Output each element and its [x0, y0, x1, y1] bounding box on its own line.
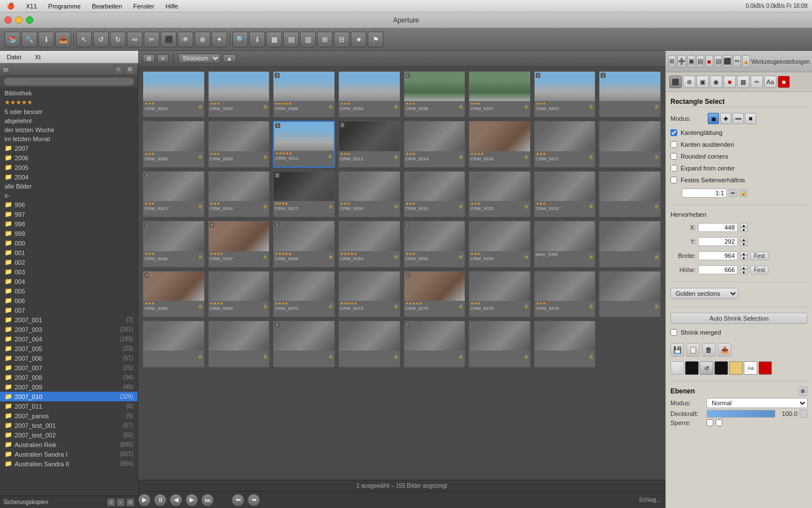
rt-icon-4[interactable]: ▤: [696, 55, 704, 68]
photo-cell[interactable]: 🔒★★★CRW_9306: [143, 121, 205, 167]
ratio-lock-btn[interactable]: 🔒: [739, 189, 747, 197]
sidebar-item-s[interactable]: s-: [0, 191, 138, 200]
photo-cell[interactable]: 🔒★★★CRW_9285: [208, 71, 270, 117]
footer-btn-2[interactable]: ⏸: [154, 494, 166, 506]
mode-subtract-btn[interactable]: ➖: [732, 113, 744, 124]
photo-cell[interactable]: 2🔒★★★CRW_9302: [534, 71, 596, 117]
rect-tool-btn-4[interactable]: ◉: [710, 76, 722, 88]
sidebar-item-alle[interactable]: alle Bilder: [0, 182, 138, 191]
photo-cell[interactable]: 🔒: [599, 171, 661, 217]
tool-grid4[interactable]: ⊞: [317, 32, 333, 47]
action-btn-2[interactable]: 📋: [686, 343, 700, 357]
sidebar-item-2004[interactable]: 📁 2004: [0, 172, 138, 182]
photo-cell[interactable]: 🔒★★★CRW_9283: [143, 71, 205, 117]
tool-library[interactable]: 📚: [5, 32, 20, 47]
tool-search-big[interactable]: 🔍: [232, 32, 248, 47]
app-name[interactable]: X11: [24, 2, 39, 11]
footer-btn-1[interactable]: ▶: [138, 494, 151, 506]
breite-fest-btn[interactable]: Fest: [750, 252, 769, 260]
sidebar-item-2005[interactable]: 📁 2005: [0, 163, 138, 172]
tool-info[interactable]: ℹ: [249, 32, 265, 47]
photo-cell[interactable]: 3🔒★★★★CRW_9327: [273, 171, 335, 217]
photo-cell[interactable]: 🔒: [469, 321, 531, 367]
rect-tool-btn-8[interactable]: Aa: [764, 76, 776, 88]
sidebar-item-999[interactable]: 📁 999: [0, 229, 138, 238]
photo-cell[interactable]: 🔒: [599, 271, 661, 317]
sidebar-item-letzte-woche[interactable]: der letzten Woche: [0, 125, 138, 134]
action-btn-4[interactable]: 📤: [718, 343, 731, 357]
sidebar-item-000[interactable]: 📁 000: [0, 238, 138, 248]
rt-icon-3[interactable]: ▣: [687, 55, 695, 68]
sidebar-item-stars[interactable]: ★★★★★: [0, 98, 138, 107]
sidebar-settings2-btn[interactable]: ⚙: [126, 498, 134, 506]
tool-stamp[interactable]: ⬛: [161, 32, 176, 47]
sidebar-add-btn[interactable]: +: [114, 65, 123, 74]
photo-cell[interactable]: 🔒★★★CRW_9297: [469, 71, 531, 117]
rect-tool-btn-7[interactable]: ✏: [751, 76, 763, 88]
ratio-swap-btn[interactable]: ⇔: [729, 189, 737, 197]
ebenen-expand-btn[interactable]: ⊞: [798, 387, 807, 396]
photo-cell[interactable]: 🔒★★★★CRW_9369: [208, 271, 270, 317]
sort-select[interactable]: Bilddatum: [178, 54, 220, 63]
photo-cell[interactable]: 🔒★★★CRW_9332: [469, 171, 531, 217]
hoehe-increment-btn[interactable]: ▲: [740, 265, 748, 270]
menu-xt[interactable]: Xt: [33, 53, 43, 61]
photo-cell[interactable]: 3🔒★★★CRW_9323: [143, 171, 205, 217]
sidebar-item-005[interactable]: 📁 005: [0, 286, 138, 296]
minimize-button[interactable]: [15, 16, 23, 24]
tool-grid3[interactable]: ▥: [300, 32, 316, 47]
view-list-btn[interactable]: ≡: [157, 54, 169, 63]
sidebar-item-2007008[interactable]: 📁 2007_008 (34): [0, 373, 138, 382]
foreground-color-btn[interactable]: [685, 361, 699, 375]
hoehe-fest-btn[interactable]: Fest: [750, 266, 769, 274]
sidebar-item-006[interactable]: 📁 006: [0, 296, 138, 305]
x-increment-btn[interactable]: ▲: [740, 223, 748, 227]
photo-cell[interactable]: 🔒: [599, 121, 661, 167]
rect-tool-btn-3[interactable]: ▣: [696, 76, 709, 88]
sidebar-item-2007011[interactable]: 📁 2007_011 (0): [0, 401, 138, 411]
photo-cell[interactable]: 3🔒★★★★★CRW_9375: [404, 271, 466, 317]
color-btn-text[interactable]: Aa: [744, 361, 757, 375]
tool-star-rate[interactable]: ★: [351, 32, 367, 47]
sort-direction-btn[interactable]: ▲: [223, 54, 236, 63]
photo-cell[interactable]: 🔒: [143, 321, 205, 367]
photo-cell[interactable]: 🔒★★★★★CRW_9354: [338, 221, 400, 267]
sidebar-item-002[interactable]: 📁 002: [0, 257, 138, 267]
photo-cell[interactable]: 🔒★★★★CRW_9370: [273, 271, 335, 317]
photo-cell[interactable]: 🔒★★★CRW_9331: [404, 171, 466, 217]
tool-eye[interactable]: 👁: [178, 32, 193, 47]
photo-cell[interactable]: 4🔒★★★CRW_9368: [143, 271, 205, 317]
hoehe-decrement-btn[interactable]: ▼: [740, 270, 748, 274]
sidebar-item-003[interactable]: 📁 003: [0, 267, 138, 277]
sidebar-item-2007003[interactable]: 📁 2007_003 (161): [0, 325, 138, 334]
rt-icon-6[interactable]: ▤: [714, 55, 722, 68]
tool-export[interactable]: 📤: [55, 32, 71, 47]
golden-sections-select[interactable]: Golden sections: [670, 288, 738, 299]
menu-datei[interactable]: Datei: [5, 53, 24, 61]
color-btn-black[interactable]: [714, 361, 728, 375]
color-btn-red[interactable]: [758, 361, 772, 375]
photo-cell[interactable]: 🔒★★★★★CRW_9373: [338, 271, 400, 317]
menu-programme[interactable]: Programme: [46, 2, 83, 11]
photo-cell[interactable]: 🔒★★★CRW_9359: [469, 221, 531, 267]
color-tool-1[interactable]: ⬜: [670, 361, 684, 375]
sidebar-item-abgelehnt[interactable]: abgelehnt: [0, 116, 138, 125]
rounded-corners-checkbox[interactable]: [670, 153, 677, 160]
footer-btn-5[interactable]: ⏭: [201, 494, 214, 506]
rt-icon-2[interactable]: ➕: [677, 55, 686, 68]
color-tool-3[interactable]: ↺: [700, 361, 713, 375]
festes-seitenverhaeltnis-checkbox[interactable]: [670, 177, 677, 183]
x-input[interactable]: [698, 223, 738, 232]
kantenglattung-checkbox[interactable]: [670, 129, 677, 136]
sidebar-item-2007001[interactable]: 📁 2007_001 (7): [0, 315, 138, 325]
footer-btn-3[interactable]: ◀: [170, 494, 182, 506]
view-grid-btn[interactable]: ⊞: [143, 54, 155, 63]
photo-cell[interactable]: 2🔒: [599, 71, 661, 117]
tool-adjust[interactable]: 🔧: [21, 32, 37, 47]
tool-crop[interactable]: ✂: [144, 32, 160, 47]
sidebar-add2-btn[interactable]: +: [117, 498, 125, 506]
photo-cell[interactable]: 2🔒★★★CRW_9356: [404, 221, 466, 267]
sidebar-item-996[interactable]: 📁 996: [0, 200, 138, 209]
photo-cell[interactable]: 🔒: [338, 321, 400, 367]
photo-cell[interactable]: 4🔒★★★★CRW_9347: [208, 221, 270, 267]
